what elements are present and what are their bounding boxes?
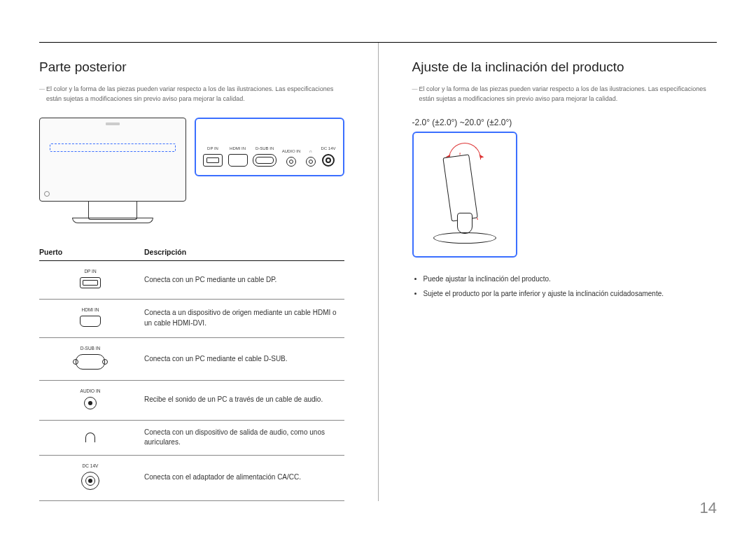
port-power-label: DC 14V [321,146,335,150]
rear-note: El color y la forma de las piezas pueden… [39,85,344,104]
table-row: Conecta con un dispositivo de salida de … [39,420,344,455]
port-dp-label: DP IN [207,146,218,150]
rear-port-highlight [50,143,176,152]
port-cell: AUDIO IN [39,380,144,420]
port-row-label: AUDIO IN [39,388,141,394]
port-cell: DC 14V [39,455,144,500]
port-row-desc: Conecta con un PC mediante el cable D-SU… [144,337,344,380]
table-row: DC 14VConecta con el adaptador de alimen… [39,455,344,500]
port-cell: D-SUB IN [39,337,144,380]
audio-jack-icon [286,157,296,167]
page-number: 14 [700,499,717,517]
tilt-diagram [412,132,517,258]
port-row-desc: Conecta con un dispositivo de salida de … [144,420,344,455]
hdmi-icon [80,316,101,327]
kensington-lock-icon [44,191,50,197]
tilt-bullet-list: Puede ajustar la inclinación del product… [412,273,718,300]
hp-icon [85,433,95,442]
port-row-desc: Recibe el sonido de un PC a través de un… [144,380,344,420]
rear-figure: DP IN HDMI IN D-SUB IN AUDIO IN ∩ [39,118,344,220]
table-row: DP INConecta con un PC mediante un cable… [39,261,344,300]
port-row-label: DC 14V [39,463,141,469]
port-audio-label: AUDIO IN [282,149,301,153]
table-row: D-SUB INConecta con un PC mediante el ca… [39,337,344,380]
pwr-icon [81,472,99,490]
port-row-label: DP IN [39,268,141,274]
port-row-desc: Conecta a un dispositivo de origen media… [144,299,344,337]
port-headphone: ∩ [306,149,316,167]
table-header-desc: Descripción [144,244,344,261]
port-description-table: Puerto Descripción DP INConecta con un P… [39,244,344,501]
port-panel-callout: DP IN HDMI IN D-SUB IN AUDIO IN ∩ [195,118,344,176]
hdmi-port-icon [228,154,248,167]
column-divider [378,43,379,501]
port-dsub: D-SUB IN [253,146,276,167]
left-column: Parte posterior El color y la forma de l… [39,43,344,501]
port-row-desc: Conecta con el adaptador de alimentación… [144,455,344,500]
port-power: DC 14V [321,146,335,167]
table-header-port: Puerto [39,244,144,261]
port-row-label: D-SUB IN [39,345,141,351]
table-row: AUDIO INRecibe el sonido de un PC a trav… [39,380,344,420]
tilt-range-text: -2.0° (±2.0°) ~20.0° (±2.0°) [412,118,718,127]
rear-heading: Parte posterior [39,59,344,75]
two-column-layout: Parte posterior El color y la forma de l… [39,42,717,501]
port-row-label: HDMI IN [39,307,141,313]
headphone-jack-icon [306,157,316,167]
port-row-desc: Conecta con un PC mediante un cable DP. [144,261,344,300]
power-port-icon [322,154,335,167]
tilt-heading: Ajuste de la inclinación del producto [412,59,718,75]
port-dsub-label: D-SUB IN [255,146,274,150]
tilt-note: El color y la forma de las piezas pueden… [412,85,718,104]
right-column: Ajuste de la inclinación del producto El… [412,43,718,501]
port-audio: AUDIO IN [282,149,301,167]
port-cell: DP IN [39,261,144,300]
port-hdmi-label: HDMI IN [230,146,246,150]
dsub-port-icon [253,154,276,167]
port-hdmi: HDMI IN [228,146,248,167]
list-item: Puede ajustar la inclinación del product… [424,273,718,285]
dp-icon [80,277,101,288]
monitor-rear-diagram [39,118,186,220]
list-item: Sujete el producto por la parte inferior… [424,288,718,300]
dsub-icon [76,354,105,370]
table-row: HDMI INConecta a un dispositivo de orige… [39,299,344,337]
dp-port-icon [203,154,223,167]
port-dp: DP IN [203,146,223,167]
jack-icon [84,397,97,409]
port-cell [39,420,144,455]
port-cell: HDMI IN [39,299,144,337]
port-headphone-label: ∩ [309,149,312,153]
